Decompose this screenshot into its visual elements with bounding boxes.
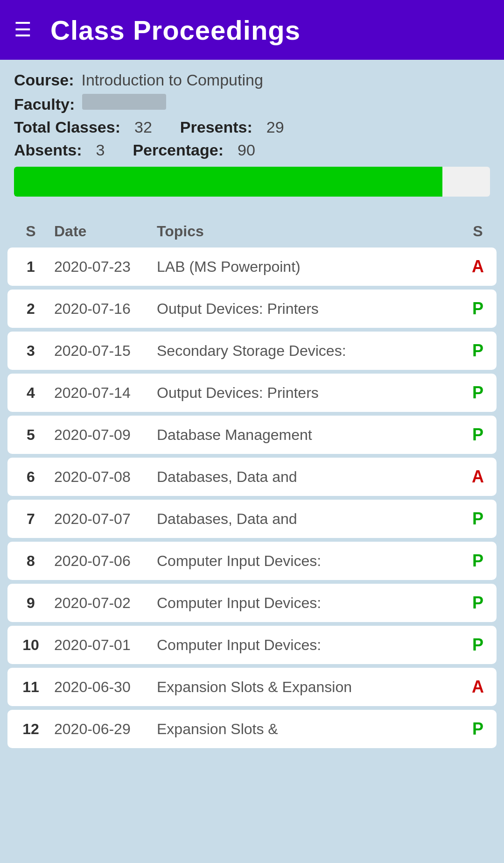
row-date: 2020-06-30 — [49, 679, 152, 696]
table-row[interactable]: 10 2020-07-01 Computer Input Devices: P — [7, 626, 497, 664]
row-date: 2020-07-15 — [49, 342, 152, 360]
row-date: 2020-07-14 — [49, 384, 152, 402]
row-serial: 7 — [12, 510, 49, 528]
row-serial: 6 — [12, 468, 49, 486]
row-serial: 12 — [12, 721, 49, 738]
total-presents-row: Total Classes: 32 Presents: 29 — [14, 118, 490, 136]
row-serial: 3 — [12, 342, 49, 360]
row-date: 2020-07-06 — [49, 552, 152, 570]
col-serial-header: S — [12, 223, 49, 240]
table-row[interactable]: 12 2020-06-29 Expansion Slots & P — [7, 710, 497, 748]
row-topics: Databases, Data and — [152, 468, 464, 486]
hamburger-icon[interactable]: ☰ — [14, 20, 32, 40]
row-serial: 8 — [12, 552, 49, 570]
absents-percentage-row: Absents: 3 Percentage: 90 — [14, 141, 490, 159]
row-date: 2020-07-08 — [49, 468, 152, 486]
col-status-header: S — [464, 223, 492, 240]
row-topics: Output Devices: Printers — [152, 300, 464, 318]
absents-value: 3 — [96, 141, 105, 159]
row-date: 2020-06-29 — [49, 721, 152, 738]
row-topics: Expansion Slots & — [152, 721, 464, 738]
row-status: P — [464, 593, 492, 613]
row-serial: 11 — [12, 679, 49, 696]
progress-bar — [14, 167, 490, 197]
info-section: Course: Introduction to Computing Facult… — [0, 60, 504, 215]
course-label: Course: — [14, 71, 74, 89]
row-date: 2020-07-23 — [49, 258, 152, 276]
absents-item: Absents: 3 — [14, 141, 105, 159]
course-row: Course: Introduction to Computing — [14, 71, 490, 89]
row-serial: 2 — [12, 300, 49, 318]
row-topics: Output Devices: Printers — [152, 384, 464, 402]
row-topics: Computer Input Devices: — [152, 594, 464, 612]
faculty-row: Faculty: — [14, 94, 490, 113]
row-status: P — [464, 509, 492, 529]
row-date: 2020-07-16 — [49, 300, 152, 318]
row-date: 2020-07-02 — [49, 594, 152, 612]
table-row[interactable]: 6 2020-07-08 Databases, Data and A — [7, 458, 497, 496]
faculty-value — [82, 94, 166, 110]
table-row[interactable]: 2 2020-07-16 Output Devices: Printers P — [7, 290, 497, 328]
app-header: ☰ Class Proceedings — [0, 0, 504, 60]
table-row[interactable]: 5 2020-07-09 Database Management P — [7, 416, 497, 454]
row-topics: Computer Input Devices: — [152, 552, 464, 570]
row-serial: 10 — [12, 637, 49, 654]
row-date: 2020-07-09 — [49, 426, 152, 444]
table-row[interactable]: 3 2020-07-15 Secondary Storage Devices: … — [7, 332, 497, 370]
row-status: P — [464, 425, 492, 445]
table-body: 1 2020-07-23 LAB (MS Powerpoint) A 2 202… — [7, 248, 497, 748]
row-status: A — [464, 257, 492, 276]
table-row[interactable]: 4 2020-07-14 Output Devices: Printers P — [7, 374, 497, 412]
total-classes-label: Total Classes: — [14, 118, 120, 136]
percentage-item: Percentage: 90 — [133, 141, 255, 159]
row-topics: Database Management — [152, 426, 464, 444]
row-status: A — [464, 677, 492, 697]
row-status: P — [464, 299, 492, 318]
progress-fill — [14, 167, 442, 197]
row-status: P — [464, 551, 492, 571]
row-topics: Databases, Data and — [152, 510, 464, 528]
absents-label: Absents: — [14, 141, 82, 159]
col-topics-header: Topics — [152, 223, 464, 240]
row-status: P — [464, 383, 492, 403]
row-status: P — [464, 635, 492, 655]
total-classes-value: 32 — [134, 118, 152, 136]
table-row[interactable]: 8 2020-07-06 Computer Input Devices: P — [7, 542, 497, 580]
row-topics: Expansion Slots & Expansion — [152, 679, 464, 696]
row-serial: 9 — [12, 594, 49, 612]
course-value: Introduction to Computing — [81, 71, 263, 89]
row-date: 2020-07-07 — [49, 510, 152, 528]
col-date-header: Date — [49, 223, 152, 240]
percentage-label: Percentage: — [133, 141, 224, 159]
row-date: 2020-07-01 — [49, 637, 152, 654]
row-status: A — [464, 467, 492, 487]
table-row[interactable]: 9 2020-07-02 Computer Input Devices: P — [7, 584, 497, 622]
class-table: S Date Topics S 1 2020-07-23 LAB (MS Pow… — [0, 215, 504, 761]
presents-item: Presents: 29 — [180, 118, 284, 136]
table-header: S Date Topics S — [7, 215, 497, 248]
presents-value: 29 — [266, 118, 284, 136]
row-status: P — [464, 719, 492, 739]
row-topics: Secondary Storage Devices: — [152, 342, 464, 360]
row-topics: Computer Input Devices: — [152, 637, 464, 654]
row-serial: 4 — [12, 384, 49, 402]
row-topics: LAB (MS Powerpoint) — [152, 258, 464, 276]
table-row[interactable]: 7 2020-07-07 Databases, Data and P — [7, 500, 497, 538]
presents-label: Presents: — [180, 118, 252, 136]
page-title: Class Proceedings — [50, 14, 301, 46]
row-serial: 5 — [12, 426, 49, 444]
progress-remaining — [442, 167, 490, 197]
table-row[interactable]: 11 2020-06-30 Expansion Slots & Expansio… — [7, 668, 497, 706]
faculty-label: Faculty: — [14, 95, 75, 113]
percentage-value: 90 — [238, 141, 255, 159]
table-row[interactable]: 1 2020-07-23 LAB (MS Powerpoint) A — [7, 248, 497, 286]
row-status: P — [464, 341, 492, 361]
total-classes-item: Total Classes: 32 — [14, 118, 152, 136]
row-serial: 1 — [12, 258, 49, 276]
